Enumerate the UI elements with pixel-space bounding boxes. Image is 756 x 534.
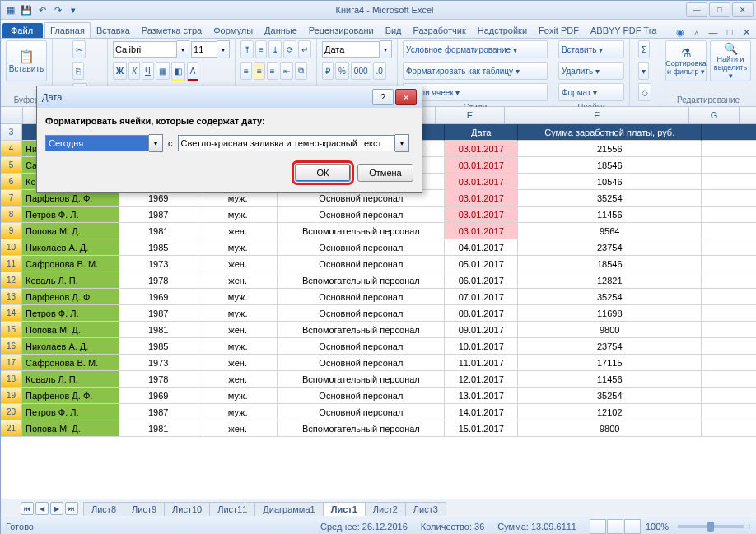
cell-name[interactable]: Парфенов Д. Ф.: [22, 190, 119, 207]
cell-sex[interactable]: муж.: [198, 207, 278, 223]
cell-sex[interactable]: жен.: [198, 420, 278, 437]
cell-category[interactable]: Основной персонал: [278, 388, 445, 404]
cell-sum[interactable]: 10546: [518, 174, 702, 190]
col-header-E[interactable]: E: [436, 107, 505, 123]
font-name-input[interactable]: [113, 41, 177, 58]
align-right-button[interactable]: ≡: [267, 62, 278, 80]
zoom-slider[interactable]: [678, 525, 744, 528]
cell-sum[interactable]: 9800: [518, 322, 702, 338]
copy-icon[interactable]: ⎘: [72, 62, 84, 80]
cell-sex[interactable]: жен.: [198, 355, 278, 371]
cell-date[interactable]: 10.01.2017: [445, 338, 518, 355]
font-name-dd-icon[interactable]: ▾: [177, 40, 189, 58]
cell-date[interactable]: 13.01.2017: [445, 388, 518, 404]
cell-sum[interactable]: 12102: [518, 404, 702, 420]
cell-date[interactable]: 14.01.2017: [445, 404, 518, 420]
number-format-dd-icon[interactable]: ▾: [380, 40, 392, 58]
cell-sum[interactable]: 35254: [518, 289, 702, 305]
cell-empty[interactable]: [702, 190, 756, 207]
wrap-button[interactable]: ↵: [298, 40, 311, 58]
bold-button[interactable]: Ж: [113, 62, 127, 80]
cell-year[interactable]: 1987: [119, 305, 198, 322]
row-header[interactable]: 7: [1, 190, 22, 207]
align-mid-button[interactable]: ≡: [255, 40, 267, 58]
font-size-input[interactable]: [191, 41, 217, 58]
font-size-dd-icon[interactable]: ▾: [217, 40, 230, 58]
cell-category[interactable]: Основной персонал: [278, 289, 445, 305]
maximize-button[interactable]: □: [709, 2, 730, 17]
tab-7[interactable]: Разработчик: [408, 22, 472, 38]
cell-sex[interactable]: муж.: [198, 305, 278, 322]
cell-empty[interactable]: [702, 322, 756, 338]
cell-date[interactable]: 08.01.2017: [445, 305, 518, 322]
align-center-button[interactable]: ≡: [254, 62, 265, 80]
cell-empty[interactable]: [702, 338, 756, 355]
cell-date[interactable]: 12.01.2017: [445, 371, 518, 388]
cell-empty[interactable]: [702, 420, 756, 437]
dialog-help-button[interactable]: ?: [372, 89, 394, 105]
cell-sum[interactable]: 18546: [518, 256, 702, 272]
doc-max-icon[interactable]: □: [724, 26, 735, 38]
cell-name[interactable]: Николаев А. Д.: [22, 239, 119, 256]
cell-year[interactable]: 1981: [119, 420, 198, 437]
cell-empty[interactable]: [702, 239, 756, 256]
format-style-dd-icon[interactable]: ▾: [395, 134, 409, 152]
tab-10[interactable]: ABBYY PDF Tra: [585, 22, 663, 38]
cell-category[interactable]: Основной персонал: [278, 207, 445, 223]
sheet-tab[interactable]: Лист2: [365, 502, 406, 516]
cell-sex[interactable]: жен.: [198, 256, 278, 272]
cell-sum[interactable]: 18546: [518, 157, 702, 174]
cell-sex[interactable]: муж.: [198, 404, 278, 420]
tab-6[interactable]: Вид: [380, 22, 408, 38]
cell-empty[interactable]: [702, 223, 756, 239]
sheet-tab[interactable]: Лист1: [323, 502, 366, 516]
sheet-tab[interactable]: Лист3: [405, 502, 446, 516]
underline-button[interactable]: Ч: [142, 62, 154, 80]
cell-name[interactable]: Коваль Л. П.: [22, 272, 119, 289]
fill-color-button[interactable]: ◧: [171, 62, 185, 81]
tab-0[interactable]: Главная: [44, 22, 91, 38]
cell-date[interactable]: 03.01.2017: [445, 190, 518, 207]
zoom-in-button[interactable]: +: [747, 522, 752, 532]
paste-button[interactable]: 📋Вставить: [6, 40, 47, 81]
tab-3[interactable]: Формулы: [208, 22, 259, 38]
cell-year[interactable]: 1981: [119, 322, 198, 338]
number-format-input[interactable]: [322, 41, 380, 58]
indent-dec-button[interactable]: ⇤: [280, 62, 293, 80]
cell-date[interactable]: 15.01.2017: [445, 420, 518, 437]
format-style-input[interactable]: [178, 135, 395, 151]
cell-name[interactable]: Николаев А. Д.: [22, 338, 119, 355]
row-header[interactable]: 8: [1, 207, 22, 223]
cell-date[interactable]: 03.01.2017: [445, 141, 518, 157]
tab-8[interactable]: Надстройки: [472, 22, 533, 38]
cell-sum[interactable]: 35254: [518, 388, 702, 404]
cell-name[interactable]: Сафронова В. М.: [22, 355, 119, 371]
cell-date[interactable]: 07.01.2017: [445, 289, 518, 305]
undo-icon[interactable]: ↶: [35, 3, 49, 16]
row-header[interactable]: 6: [1, 174, 22, 190]
doc-min-icon[interactable]: —: [707, 26, 719, 38]
ok-button[interactable]: ОК: [295, 164, 351, 182]
tab-file[interactable]: Файл: [2, 23, 43, 38]
row-header[interactable]: 16: [1, 338, 22, 355]
sheet-nav-prev-icon[interactable]: ◀: [35, 502, 49, 515]
cell-date[interactable]: 04.01.2017: [445, 239, 518, 256]
select-all-corner[interactable]: [1, 107, 23, 123]
tab-1[interactable]: Вставка: [91, 22, 136, 38]
row-header[interactable]: 19: [1, 388, 22, 404]
font-color-button[interactable]: A: [187, 62, 199, 81]
cell-sex[interactable]: муж.: [198, 239, 278, 256]
find-select-button[interactable]: 🔍Найти и выделить ▾: [710, 40, 751, 81]
cell-category[interactable]: Вспомогательный персонал: [278, 322, 445, 338]
cell-empty[interactable]: [702, 305, 756, 322]
cell-empty[interactable]: [702, 272, 756, 289]
row-header-3[interactable]: 3: [1, 124, 22, 141]
help-icon[interactable]: ◉: [674, 26, 686, 38]
insert-cells-button[interactable]: Вставить ▾: [558, 40, 624, 58]
cell-category[interactable]: Основной персонал: [278, 404, 445, 420]
cell-sum[interactable]: 9800: [518, 420, 702, 437]
cell-date[interactable]: 05.01.2017: [445, 256, 518, 272]
redo-icon[interactable]: ↷: [51, 3, 64, 16]
tab-9[interactable]: Foxit PDF: [533, 22, 585, 38]
cell-sum[interactable]: 11456: [518, 371, 702, 388]
